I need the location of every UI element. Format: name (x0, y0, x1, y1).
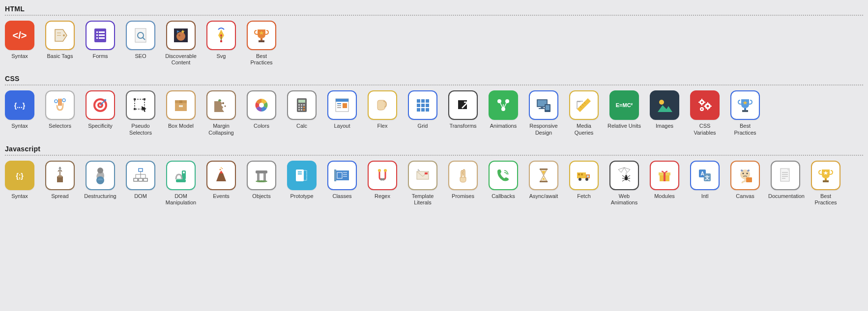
truck-icon (569, 161, 599, 190)
svg-rect-125 (256, 170, 267, 173)
items-row: </>SyntaxBasic TagsFormsSEODiscoverable … (5, 21, 863, 66)
svg-point-24 (55, 100, 58, 103)
skill-item-syntax[interactable]: </>Syntax (5, 21, 34, 66)
trophy-blue-icon (730, 90, 760, 120)
skill-item-prototype[interactable]: Prototype (287, 161, 317, 206)
svg-rect-156 (578, 173, 580, 175)
skill-item-box-model[interactable]: Box Model (166, 90, 196, 136)
svg-point-120 (183, 171, 185, 173)
skill-item-flex[interactable]: Flex (368, 90, 397, 136)
skill-item-images[interactable]: Images (650, 90, 679, 136)
skill-item-best-practices[interactable]: Best Practices (730, 90, 760, 136)
cliff-icon (206, 90, 236, 120)
skill-item-intl[interactable]: A文Intl (690, 161, 720, 206)
skill-item-best-practices[interactable]: Best Practices (811, 161, 840, 206)
transforms-icon (448, 90, 478, 120)
animations-icon (489, 90, 518, 120)
svg-rect-55 (336, 99, 348, 102)
skill-item-media-queries[interactable]: Media Queries (569, 90, 599, 136)
skill-label: Destructuring (83, 193, 117, 199)
skill-item-transforms[interactable]: Transforms (448, 90, 478, 136)
svg-text:E=MC²: E=MC² (616, 102, 633, 108)
svg-rect-6 (99, 31, 105, 33)
mixer-icon (166, 161, 196, 190)
svg-rect-60 (417, 99, 420, 103)
svg-rect-46 (301, 104, 302, 106)
svg-rect-49 (301, 107, 302, 108)
skill-item-relative-units[interactable]: E=MC²Relative Units (609, 90, 639, 136)
svg-rect-20 (220, 40, 222, 42)
canvas-icon (730, 161, 760, 190)
svg-point-144 (382, 178, 385, 180)
svg-rect-129 (296, 170, 304, 181)
syntax-css-icon: {...} (5, 90, 34, 120)
skill-item-css-variables[interactable]: CSS Variables (690, 90, 720, 136)
skill-item-modules[interactable]: Modules (650, 161, 679, 206)
skill-label: Documentation (768, 193, 803, 199)
svg-rect-56 (337, 103, 341, 104)
skill-item-regex[interactable]: Regex (368, 161, 397, 206)
skill-label: Best Practices (809, 193, 843, 206)
svg-rect-105 (58, 175, 62, 177)
skill-item-specificity[interactable]: Specificity (86, 90, 115, 136)
svg-rect-101 (744, 108, 746, 110)
skill-item-colors[interactable]: Colors (247, 90, 276, 136)
skill-item-callbacks[interactable]: Callbacks (489, 161, 518, 206)
skill-item-classes[interactable]: Classes (327, 161, 357, 206)
skill-item-destructuring[interactable]: Destructuring (86, 161, 115, 206)
skill-item-selectors[interactable]: Selectors (45, 90, 75, 136)
skill-item-template-literals[interactable]: Template Literals (408, 161, 437, 206)
skill-item-web-animations[interactable]: Web Animations (609, 161, 639, 206)
svg-rect-59 (343, 103, 347, 108)
skill-item-syntax[interactable]: {;}Syntax (5, 161, 34, 206)
skill-item-objects[interactable]: Objects (247, 161, 276, 206)
svg-rect-177 (825, 178, 827, 180)
skill-item-async-await[interactable]: Async/await (529, 161, 558, 206)
skill-item-spread[interactable]: Spread (45, 161, 75, 206)
skill-label: Images (647, 123, 682, 129)
flex-icon (368, 90, 397, 120)
form-icon (86, 21, 115, 50)
skill-item-syntax[interactable]: {...}Syntax (5, 90, 34, 136)
skill-item-canvas[interactable]: Canvas (730, 161, 760, 206)
svg-rect-50 (303, 107, 305, 108)
svg-point-42 (259, 103, 264, 108)
skill-label: DOM (123, 193, 158, 199)
svg-rect-172 (781, 169, 789, 181)
skill-item-grid[interactable]: Grid (408, 90, 437, 136)
skill-item-seo[interactable]: SEO (126, 21, 155, 66)
svg-rect-11 (135, 28, 146, 42)
skill-item-events[interactable]: Events (206, 161, 236, 206)
svg-rect-127 (263, 173, 266, 181)
skill-item-dom[interactable]: DOM (126, 161, 155, 206)
skill-item-promises[interactable]: Promises (448, 161, 478, 206)
prototype-icon (287, 161, 317, 190)
skill-item-discoverable-content[interactable]: Discoverable Content (166, 21, 196, 66)
svg-rect-48 (298, 107, 300, 108)
skill-label: Regex (365, 193, 400, 199)
skill-item-forms[interactable]: Forms (86, 21, 115, 66)
skill-label: Intl (688, 193, 722, 199)
section-javascript: Javascript{;}SyntaxSpreadDestructuringDO… (5, 145, 863, 206)
skill-item-responsive-design[interactable]: Responsive Design (529, 90, 558, 136)
skill-item-layout[interactable]: Layout (327, 90, 357, 136)
svg-rect-146 (425, 172, 428, 174)
skill-item-animations[interactable]: Animations (489, 90, 518, 136)
images-icon (650, 90, 679, 120)
svg-rect-131 (298, 173, 302, 174)
svg-rect-22 (259, 40, 264, 42)
spread-icon (45, 161, 75, 190)
skill-item-fetch[interactable]: Fetch (569, 161, 599, 206)
svg-rect-8 (99, 34, 105, 36)
skill-item-documentation[interactable]: Documentation (771, 161, 800, 206)
skill-item-pseudo-selectors[interactable]: Pseudo Selectors (126, 90, 155, 136)
skill-item-best-practices[interactable]: Best Practices (247, 21, 276, 66)
skill-item-dom-manipulation[interactable]: DOM Manipulation (166, 161, 196, 206)
skill-item-margin-collapsing[interactable]: Margin Collapsing (206, 90, 236, 136)
skill-item-calc[interactable]: Calc (287, 90, 317, 136)
skill-item-svg[interactable]: Svg (206, 21, 236, 66)
svg-rect-9 (96, 37, 98, 39)
skill-item-basic-tags[interactable]: Basic Tags (45, 21, 75, 66)
skill-label: Classes (325, 193, 359, 199)
svg-rect-80 (541, 107, 544, 108)
